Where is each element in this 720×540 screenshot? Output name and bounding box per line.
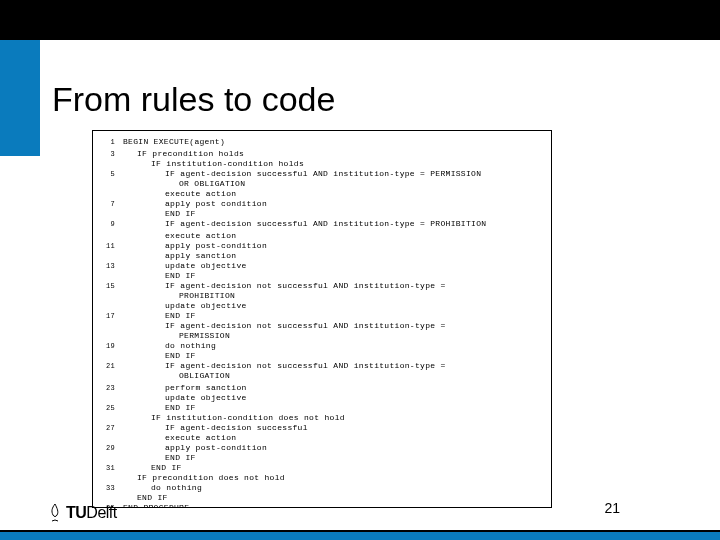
footer-accent-bar	[0, 530, 720, 540]
line-number: 17	[101, 311, 115, 320]
line-number	[101, 459, 115, 460]
code-text: END IF	[115, 271, 196, 280]
code-line: 35END PROCEDURE	[101, 503, 545, 508]
line-number	[101, 165, 115, 166]
line-number: 11	[101, 241, 115, 250]
line-number	[101, 147, 115, 148]
line-number: 31	[101, 463, 115, 472]
code-text: apply post-condition	[115, 443, 267, 452]
code-line: 15IF agent-decision not successful AND i…	[101, 281, 545, 290]
page-number: 21	[604, 500, 620, 516]
code-line: IF institution-condition does not hold	[101, 413, 545, 422]
code-line: END IF	[101, 271, 545, 280]
code-line: execute action	[101, 231, 545, 240]
code-text: IF institution-condition holds	[115, 159, 304, 168]
code-line: END IF	[101, 453, 545, 462]
code-text: OBLIGATION	[115, 371, 230, 380]
left-accent-bar	[0, 40, 40, 156]
code-line: 31END IF	[101, 463, 545, 472]
flame-icon	[48, 502, 62, 524]
code-listing: 1BEGIN EXECUTE(agent)3IF precondition ho…	[92, 130, 552, 508]
line-number	[101, 419, 115, 420]
code-text: update objective	[115, 393, 247, 402]
code-text: do nothing	[115, 341, 216, 350]
code-line: 21IF agent-decision not successful AND i…	[101, 361, 545, 370]
code-text: perform sanction	[115, 383, 247, 392]
code-line: 27IF agent-decision successful	[101, 423, 545, 432]
code-text: IF agent-decision successful AND institu…	[115, 219, 486, 228]
logo-suffix: Delft	[86, 504, 116, 521]
line-number	[101, 377, 115, 378]
code-text: apply post condition	[115, 199, 267, 208]
code-line: OBLIGATION	[101, 371, 545, 380]
line-number: 15	[101, 281, 115, 290]
code-line	[101, 147, 545, 148]
line-number	[101, 307, 115, 308]
code-line: 17END IF	[101, 311, 545, 320]
code-text: execute action	[115, 433, 236, 442]
line-number: 29	[101, 443, 115, 452]
code-line: IF agent-decision not successful AND ins…	[101, 321, 545, 330]
code-text: execute action	[115, 189, 236, 198]
code-line: IF institution-condition holds	[101, 159, 545, 168]
code-text: execute action	[115, 231, 236, 240]
code-line: update objective	[101, 301, 545, 310]
code-line	[101, 229, 545, 230]
slide-title: From rules to code	[52, 80, 335, 119]
code-line: 29apply post-condition	[101, 443, 545, 452]
line-number: 21	[101, 361, 115, 370]
code-line: 7apply post condition	[101, 199, 545, 208]
line-number	[101, 479, 115, 480]
line-number	[101, 327, 115, 328]
line-number: 13	[101, 261, 115, 270]
code-line: 1BEGIN EXECUTE(agent)	[101, 137, 545, 146]
code-text: END IF	[115, 493, 168, 502]
code-text: IF agent-decision not successful AND ins…	[115, 361, 446, 370]
line-number: 27	[101, 423, 115, 432]
line-number: 19	[101, 341, 115, 350]
line-number	[101, 439, 115, 440]
logo-text: TUDelft	[66, 504, 117, 522]
code-line: 11apply post-condition	[101, 241, 545, 250]
code-line: execute action	[101, 433, 545, 442]
code-line: 23perform sanction	[101, 383, 545, 392]
code-line: PERMISSION	[101, 331, 545, 340]
code-line: apply sanction	[101, 251, 545, 260]
line-number	[101, 277, 115, 278]
code-text: update objective	[115, 261, 247, 270]
line-number: 7	[101, 199, 115, 208]
code-line: END IF	[101, 493, 545, 502]
code-text: OR OBLIGATION	[115, 179, 245, 188]
line-number	[101, 357, 115, 358]
code-text: apply sanction	[115, 251, 236, 260]
line-number	[101, 257, 115, 258]
code-text: do nothing	[115, 483, 202, 492]
code-text: update objective	[115, 301, 247, 310]
code-line: update objective	[101, 393, 545, 402]
code-text: END IF	[115, 351, 196, 360]
line-number	[101, 297, 115, 298]
code-line: 9IF agent-decision successful AND instit…	[101, 219, 545, 228]
tudelft-logo: TUDelft	[48, 502, 117, 524]
code-line: IF precondition does not hold	[101, 473, 545, 482]
line-number	[101, 399, 115, 400]
line-number: 5	[101, 169, 115, 178]
code-text: IF institution-condition does not hold	[115, 413, 345, 422]
top-border-bar	[0, 0, 720, 40]
code-line: 33do nothing	[101, 483, 545, 492]
code-text: END IF	[115, 463, 182, 472]
line-number	[101, 229, 115, 230]
line-number: 1	[101, 137, 115, 146]
code-text: IF precondition does not hold	[115, 473, 285, 482]
line-number: 3	[101, 149, 115, 158]
code-line: 25END IF	[101, 403, 545, 412]
line-number	[101, 215, 115, 216]
code-line: 3IF precondition holds	[101, 149, 545, 158]
line-number	[101, 237, 115, 238]
code-text: END IF	[115, 403, 196, 412]
line-number: 25	[101, 403, 115, 412]
code-text: BEGIN EXECUTE(agent)	[115, 137, 225, 146]
logo-prefix: TU	[66, 504, 86, 521]
code-text: END IF	[115, 311, 196, 320]
line-number	[101, 499, 115, 500]
